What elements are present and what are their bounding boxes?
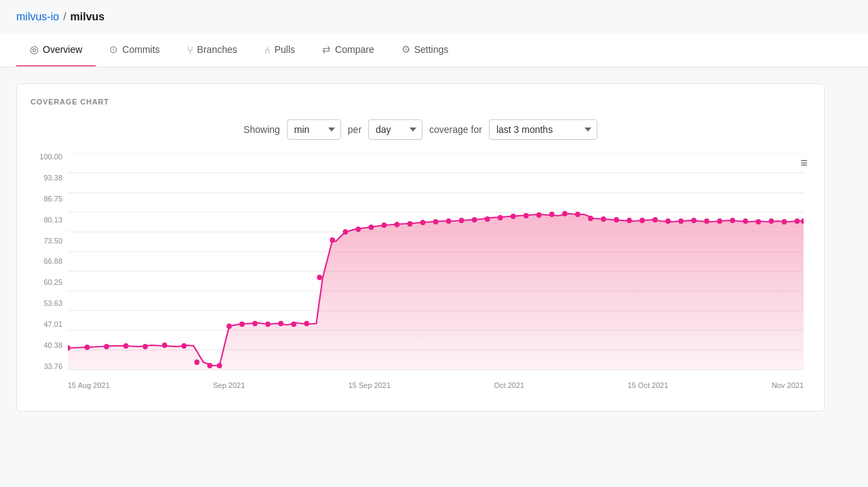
- tab-compare-label: Compare: [335, 44, 374, 55]
- svg-point-47: [549, 212, 555, 217]
- tab-commits[interactable]: ⊙ Commits: [96, 34, 173, 66]
- svg-point-55: [652, 217, 658, 222]
- chart-svg: [68, 153, 804, 370]
- svg-point-18: [182, 343, 187, 349]
- per-select[interactable]: day week month: [368, 119, 422, 140]
- svg-point-37: [420, 220, 426, 225]
- svg-point-38: [433, 219, 439, 225]
- y-label-6: 60.25: [43, 279, 62, 286]
- tab-overview[interactable]: ◎ Overview: [16, 34, 96, 66]
- svg-point-43: [498, 215, 503, 220]
- chart-wrapper: ≡ 100.00 93.38 86.75 80.13 73.50 66.88 6…: [31, 153, 810, 397]
- svg-point-40: [459, 218, 465, 223]
- tab-branches[interactable]: ⑂ Branches: [174, 34, 251, 66]
- y-label-8: 47.01: [43, 321, 62, 328]
- x-label-4: 15 Oct 2021: [628, 381, 669, 389]
- main-content: COVERAGE CHART Showing min max avg per d…: [0, 67, 841, 428]
- y-label-4: 73.50: [43, 237, 62, 245]
- svg-point-22: [226, 324, 232, 329]
- y-label-0: 100.00: [39, 153, 62, 161]
- svg-point-16: [142, 344, 148, 349]
- svg-point-25: [265, 322, 271, 327]
- tab-branches-label: Branches: [197, 44, 237, 55]
- y-label-7: 53.63: [43, 300, 62, 307]
- svg-point-45: [524, 213, 529, 218]
- svg-point-50: [588, 216, 593, 221]
- nav-tabs: ◎ Overview ⊙ Commits ⑂ Branches ⑃ Pulls …: [16, 34, 852, 66]
- svg-point-27: [291, 322, 296, 327]
- coverage-for-label: coverage for: [429, 124, 482, 135]
- svg-point-39: [446, 218, 452, 224]
- svg-point-56: [665, 218, 671, 224]
- y-label-5: 66.88: [43, 258, 62, 265]
- svg-point-36: [408, 221, 413, 227]
- svg-point-15: [123, 343, 129, 349]
- pulls-icon: ⑃: [264, 44, 271, 56]
- svg-point-48: [562, 211, 568, 216]
- x-label-1: Sep 2021: [213, 381, 245, 389]
- svg-point-62: [743, 218, 749, 224]
- chart-menu-button[interactable]: ≡: [797, 153, 810, 173]
- svg-point-42: [485, 216, 490, 222]
- svg-point-17: [162, 343, 167, 348]
- svg-point-23: [239, 322, 245, 327]
- y-label-2: 86.75: [43, 195, 62, 203]
- y-label-9: 40.38: [43, 342, 62, 349]
- svg-point-54: [639, 218, 645, 223]
- svg-point-53: [627, 218, 632, 223]
- x-label-5: Nov 2021: [772, 381, 804, 389]
- svg-point-61: [730, 218, 736, 223]
- branches-icon: ⑂: [187, 44, 193, 56]
- svg-point-51: [601, 216, 606, 222]
- x-label-3: Oct 2021: [494, 381, 525, 389]
- x-axis: 15 Aug 2021 Sep 2021 15 Sep 2021 Oct 202…: [68, 377, 804, 397]
- y-label-10: 33.76: [43, 363, 62, 370]
- svg-point-32: [355, 227, 361, 232]
- svg-point-30: [330, 237, 335, 243]
- y-label-1: 93.38: [43, 174, 62, 182]
- svg-point-26: [278, 321, 283, 326]
- nav-bar: ◎ Overview ⊙ Commits ⑂ Branches ⑃ Pulls …: [0, 34, 868, 67]
- svg-point-46: [536, 212, 542, 218]
- breadcrumb: milvus-io / milvus: [0, 0, 868, 34]
- svg-point-20: [208, 363, 213, 368]
- showing-select[interactable]: min max avg: [287, 119, 341, 140]
- tab-commits-label: Commits: [122, 44, 159, 55]
- svg-point-29: [317, 275, 322, 280]
- svg-point-59: [704, 218, 709, 224]
- svg-point-58: [691, 218, 696, 223]
- org-link[interactable]: milvus-io: [16, 11, 59, 23]
- svg-point-19: [195, 359, 200, 365]
- repo-name: milvus: [71, 11, 105, 23]
- x-label-2: 15 Sep 2021: [349, 381, 391, 389]
- chart-card: COVERAGE CHART Showing min max avg per d…: [16, 83, 825, 412]
- svg-point-44: [511, 214, 516, 219]
- tab-pulls-label: Pulls: [275, 44, 295, 55]
- svg-point-35: [395, 222, 400, 227]
- svg-point-28: [304, 321, 309, 326]
- tab-compare[interactable]: ⇄ Compare: [309, 34, 388, 66]
- tab-overview-label: Overview: [43, 44, 82, 55]
- commits-icon: ⊙: [109, 43, 118, 56]
- compare-icon: ⇄: [322, 43, 331, 56]
- chart-section-title: COVERAGE CHART: [31, 98, 810, 106]
- showing-label: Showing: [243, 124, 280, 135]
- svg-point-13: [85, 345, 90, 350]
- svg-point-31: [342, 229, 348, 235]
- svg-point-52: [614, 217, 619, 222]
- y-axis: 100.00 93.38 86.75 80.13 73.50 66.88 60.…: [31, 153, 68, 370]
- breadcrumb-separator: /: [63, 11, 66, 23]
- x-label-0: 15 Aug 2021: [68, 381, 110, 389]
- tab-pulls[interactable]: ⑃ Pulls: [251, 34, 309, 66]
- svg-point-65: [782, 219, 787, 225]
- svg-point-60: [717, 218, 722, 224]
- chart-svg-area: [68, 153, 804, 370]
- svg-point-33: [369, 225, 374, 230]
- tab-settings-label: Settings: [414, 44, 449, 55]
- coverage-for-select[interactable]: last 3 months last 6 months last year: [489, 119, 597, 140]
- chart-controls: Showing min max avg per day week month c…: [31, 119, 810, 140]
- svg-point-21: [217, 363, 222, 368]
- tab-settings[interactable]: ⚙ Settings: [388, 34, 462, 66]
- overview-icon: ◎: [30, 43, 39, 56]
- svg-point-41: [472, 217, 477, 222]
